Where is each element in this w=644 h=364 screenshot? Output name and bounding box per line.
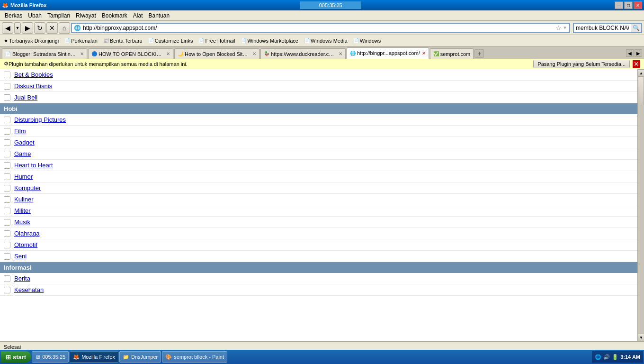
forum-link-disturbing[interactable]: Disturbing Pictures xyxy=(14,116,66,123)
taskbar-item-firefox[interactable]: 🦊 Mozilla Firefox xyxy=(70,351,118,352)
title-bar-left: 🦊 Mozilla Firefox xyxy=(2,2,46,9)
tab-duck[interactable]: 🦆 https://www.duckreader.com/ ✕ xyxy=(260,48,346,59)
back-button[interactable]: ◀ xyxy=(2,22,13,34)
forum-link-seni[interactable]: Seni xyxy=(14,253,27,260)
tab-semprot[interactable]: ✅ semprot.com xyxy=(430,48,474,59)
menu-tampilan[interactable]: Tampilan xyxy=(45,11,73,20)
forum-link-jualbeli[interactable]: Jual Beli xyxy=(14,94,37,101)
tab-howto-close[interactable]: ✕ xyxy=(166,51,170,56)
plugin-install-button[interactable]: Pasang Plugin yang Belum Tersedia... xyxy=(533,60,630,68)
tab-howopen[interactable]: 🌙 How to Open Blocked Sites & Un... ✕ xyxy=(174,48,259,59)
checkbox-bet[interactable] xyxy=(4,72,10,78)
checkbox-film[interactable] xyxy=(4,128,10,135)
forum-link-humor[interactable]: Humor xyxy=(14,173,33,180)
menu-ubah[interactable]: Ubah xyxy=(25,11,45,20)
tab-duck-close[interactable]: ✕ xyxy=(339,51,342,56)
bookmark-windows[interactable]: 📄 Windows xyxy=(351,37,383,45)
scrollbar-up-btn[interactable]: ▲ xyxy=(638,69,644,77)
checkbox-kesehatan[interactable] xyxy=(4,287,10,293)
checkbox-berita[interactable] xyxy=(4,275,10,282)
checkbox-game[interactable] xyxy=(4,151,10,157)
forum-row-kesehatan: Kesehatan xyxy=(0,284,637,296)
scrollbar-thumb[interactable] xyxy=(638,77,644,105)
forward-icon: ▶ xyxy=(25,24,30,32)
forum-link-gadget[interactable]: Gadget xyxy=(14,139,35,146)
scrollbar-down-btn[interactable]: ▼ xyxy=(638,334,644,341)
tab-blogger[interactable]: 📄 Blogger: Sutradara Sinting yang ... ✕ xyxy=(2,48,87,59)
back-arrow-btn[interactable]: ▼ xyxy=(14,22,21,34)
search-button[interactable]: 🔍 xyxy=(631,24,641,32)
bookmark-perkenalan[interactable]: 📄 Perkenalan xyxy=(63,37,99,45)
bookmark-marketplace-icon: 📄 xyxy=(241,38,246,43)
menu-bantuan[interactable]: Bantuan xyxy=(145,11,172,20)
minimize-btn[interactable]: – xyxy=(615,1,623,9)
menu-bookmark[interactable]: Bookmark xyxy=(99,11,130,20)
search-input[interactable] xyxy=(574,25,631,31)
checkbox-seni[interactable] xyxy=(4,253,10,260)
bookmark-customize[interactable]: 📄 Customize Links xyxy=(146,37,195,45)
forum-link-heart[interactable]: Heart to Heart xyxy=(14,162,53,169)
forum-link-olahraga[interactable]: Olahraga xyxy=(14,230,39,237)
forum-link-film[interactable]: Film xyxy=(14,127,26,135)
maximize-btn[interactable]: □ xyxy=(624,1,633,9)
checkbox-komputer[interactable] xyxy=(4,185,10,191)
section-header-informasi: Informasi xyxy=(0,262,637,273)
home-icon: ⌂ xyxy=(63,24,66,32)
taskbar-item-dnsjumper[interactable]: 📁 DnsJumper xyxy=(119,351,161,352)
stop-button[interactable]: ✕ xyxy=(46,22,58,34)
bookmark-media[interactable]: 📄 Windows Media xyxy=(302,37,349,45)
bookmark-berita[interactable]: 📰 Berita Terbaru xyxy=(101,37,144,45)
tab-duck-icon: 🦆 xyxy=(264,51,269,56)
forum-row-kuliner: Kuliner xyxy=(0,194,637,205)
bookmark-star[interactable]: ☆ xyxy=(555,24,562,32)
bookmark-marketplace[interactable]: 📄 Windows Marketplace xyxy=(239,37,300,45)
forward-button[interactable]: ▶ xyxy=(22,22,33,34)
tab-howto[interactable]: 🔵 HOW TO OPEN BLOCKING SITE ... ✕ xyxy=(88,48,173,59)
checkbox-militer[interactable] xyxy=(4,208,10,214)
checkbox-diskusi[interactable] xyxy=(4,83,10,90)
checkbox-disturbing[interactable] xyxy=(4,117,10,123)
window-controls: – □ ✕ xyxy=(615,1,642,9)
checkbox-musik[interactable] xyxy=(4,219,10,226)
menu-riwayat[interactable]: Riwayat xyxy=(73,11,99,20)
checkbox-olahraga[interactable] xyxy=(4,230,10,237)
forum-link-kuliner[interactable]: Kuliner xyxy=(14,196,33,203)
start-button[interactable]: ⊞ start xyxy=(1,351,31,352)
plugin-close-button[interactable]: ✕ xyxy=(633,60,640,68)
tab-scroll-left[interactable]: ◀ xyxy=(626,49,634,57)
checkbox-otomotif[interactable] xyxy=(4,242,10,248)
forum-link-otomotif[interactable]: Otomotif xyxy=(14,241,37,248)
tab-blogger-close[interactable]: ✕ xyxy=(80,51,84,56)
forum-link-kesehatan[interactable]: Kesehatan xyxy=(14,286,44,293)
reload-icon: ↻ xyxy=(37,24,43,32)
forum-link-game[interactable]: Game xyxy=(14,150,31,157)
forum-link-diskusi[interactable]: Diskusi Bisnis xyxy=(14,82,52,90)
home-button[interactable]: ⌂ xyxy=(59,22,70,34)
forum-link-berita[interactable]: Berita xyxy=(14,275,30,282)
bookmark-hotmail[interactable]: 📄 Free Hotmail xyxy=(197,37,237,45)
forum-link-komputer[interactable]: Komputer xyxy=(14,184,41,191)
forum-link-militer[interactable]: Militer xyxy=(14,207,31,214)
reload-button[interactable]: ↻ xyxy=(34,22,45,34)
checkbox-heart[interactable] xyxy=(4,162,10,169)
bookmark-terbanyak[interactable]: ★ Terbanyak Dikunjungi xyxy=(2,37,61,45)
tab-howopen-close[interactable]: ✕ xyxy=(252,51,256,56)
address-input[interactable] xyxy=(83,25,554,31)
close-btn[interactable]: ✕ xyxy=(634,1,642,9)
tab-bingproxy-close[interactable]: ✕ xyxy=(422,51,426,56)
checkbox-jualbeli[interactable] xyxy=(4,94,10,101)
taskbar-item-paint[interactable]: 🎨 semprot bllock - Paint xyxy=(162,351,227,352)
checkbox-gadget[interactable] xyxy=(4,139,10,146)
checkbox-kuliner[interactable] xyxy=(4,196,10,203)
forum-link-musik[interactable]: Musik xyxy=(14,218,30,226)
plugin-message: Plugin tambahan diperlukan untuk menampi… xyxy=(9,61,188,67)
checkbox-humor[interactable] xyxy=(4,173,10,180)
menu-alat[interactable]: Alat xyxy=(130,11,146,20)
tab-scroll-right[interactable]: ▶ xyxy=(635,49,642,57)
taskbar-item-timer[interactable]: 🖥 005:35:25 xyxy=(32,351,69,352)
content-wrapper: Bet & Bookies Diskusi Bisnis Jual Beli H… xyxy=(0,69,644,341)
tab-bingproxy[interactable]: 🌐 http://bingpr...appspot.com/ ✕ xyxy=(347,47,429,59)
forum-link-bet[interactable]: Bet & Bookies xyxy=(14,71,53,78)
menu-berkas[interactable]: Berkas xyxy=(2,11,25,20)
new-tab-button[interactable]: + xyxy=(474,49,484,58)
